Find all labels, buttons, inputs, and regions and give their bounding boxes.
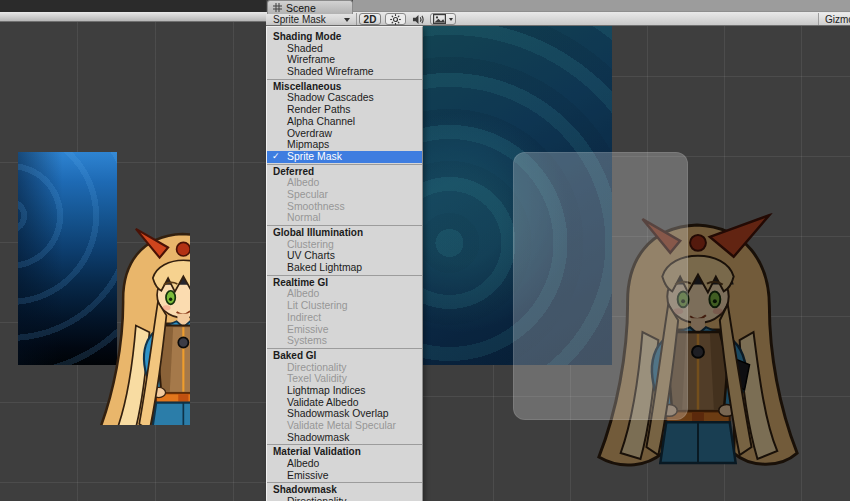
scene-grid-icon — [273, 3, 282, 12]
menu-item[interactable]: Shadowmask Overlap — [267, 408, 422, 420]
menu-item-label: Normal — [287, 212, 321, 223]
menu-item-label: Shadowmask — [287, 432, 349, 443]
menu-item[interactable]: Shadowmask — [267, 432, 422, 444]
lighting-sun-icon — [390, 14, 401, 25]
menu-item: Indirect — [267, 312, 422, 324]
draw-mode-dropdown[interactable]: Sprite Mask — [269, 13, 355, 25]
menu-item[interactable]: Shadow Cascades — [267, 92, 422, 104]
menu-item-label: Smoothness — [287, 201, 345, 212]
menu-item-label: Emissive — [287, 470, 329, 481]
menu-item-label: Shaded Wireframe — [287, 66, 374, 77]
menu-item[interactable]: Mipmaps — [267, 139, 422, 151]
menu-section: Global IlluminationClusteringUV ChartsBa… — [267, 225, 422, 274]
effects-image-icon — [433, 14, 446, 24]
menu-section-header: Realtime GI — [267, 277, 422, 289]
menu-item[interactable]: Shaded Wireframe — [267, 66, 422, 78]
left-toolbar-strip — [0, 12, 266, 22]
sprite-mask-bounds-highlight — [513, 152, 688, 420]
menu-section-header: Baked GI — [267, 350, 422, 362]
draw-mode-menu: Shading ModeShadedWireframeShaded Wirefr… — [266, 26, 423, 501]
menu-item-label: Validate Albedo — [287, 397, 358, 408]
menu-item[interactable]: Render Paths — [267, 104, 422, 116]
menu-item-label: Clustering — [287, 239, 334, 250]
menu-item[interactable]: Alpha Channel — [267, 116, 422, 128]
menu-section-header: Material Validation — [267, 446, 422, 458]
lighting-toggle-button[interactable] — [385, 13, 406, 25]
menu-section: Material ValidationAlbedoEmissive — [267, 444, 422, 481]
menu-item[interactable]: Albedo — [267, 458, 422, 470]
chevron-down-icon — [344, 18, 350, 22]
menu-item: Smoothness — [267, 201, 422, 213]
menu-item-label: Indirect — [287, 312, 321, 323]
menu-item-label: UV Charts — [287, 250, 335, 261]
gizmos-label: Gizmos — [825, 14, 850, 25]
menu-section: Baked GIDirectionalityTexel ValidityLigh… — [267, 348, 422, 444]
menu-item-label: Validate Metal Specular — [287, 420, 396, 431]
checkmark-icon: ✓ — [272, 151, 280, 163]
2d-label: 2D — [364, 14, 377, 25]
menu-section-header: Global Illumination — [267, 227, 422, 239]
menu-section-header: Miscellaneous — [267, 81, 422, 93]
menu-item: Specular — [267, 189, 422, 201]
menu-item-label: Baked Lightmap — [287, 262, 362, 273]
menu-section-header: Shading Mode — [267, 31, 422, 43]
menu-item: Lit Clustering — [267, 300, 422, 312]
tab-scene[interactable]: Scene — [267, 0, 353, 14]
menu-item: Albedo — [267, 288, 422, 300]
menu-item-label: Lightmap Indices — [287, 385, 366, 396]
menu-item[interactable]: UV Charts — [267, 250, 422, 262]
menu-item-label: Albedo — [287, 288, 319, 299]
menu-item-label: Wireframe — [287, 54, 335, 65]
menu-item[interactable]: Emissive — [267, 470, 422, 482]
menu-item-label: Specular — [287, 189, 328, 200]
chevron-down-icon — [449, 18, 453, 21]
menu-item: Directionality — [267, 362, 422, 374]
menu-section-header: Deferred — [267, 166, 422, 178]
menu-item[interactable]: Lightmap Indices — [267, 385, 422, 397]
menu-item-label: Albedo — [287, 458, 319, 469]
menu-item-label: Render Paths — [287, 104, 351, 115]
menu-section: Shading ModeShadedWireframeShaded Wirefr… — [267, 31, 422, 78]
menu-item: Validate Metal Specular — [267, 420, 422, 432]
menu-section: Realtime GIAlbedoLit ClusteringIndirectE… — [267, 275, 422, 347]
scene-view-window: Sprite Mask 2D — [0, 0, 850, 501]
top-dark-band — [0, 0, 266, 12]
menu-section: DeferredAlbedoSpecularSmoothnessNormal — [267, 164, 422, 224]
2d-mode-button[interactable]: 2D — [359, 13, 381, 25]
menu-item-label: Directionality — [287, 496, 346, 501]
scene-toolbar: Sprite Mask 2D — [266, 12, 850, 26]
tab-well — [353, 0, 850, 12]
menu-item[interactable]: Validate Albedo — [267, 397, 422, 409]
menu-item-label: Sprite Mask — [287, 151, 342, 162]
menu-item-label: Emissive — [287, 324, 329, 335]
menu-item[interactable]: ✓Sprite Mask — [267, 151, 422, 163]
audio-toggle-button[interactable] — [408, 13, 428, 25]
menu-item-label: Shaded — [287, 43, 323, 54]
audio-speaker-icon — [412, 14, 424, 25]
menu-item: Albedo — [267, 177, 422, 189]
tab-label: Scene — [286, 2, 316, 14]
gizmos-dropdown-button[interactable]: Gizmos — [818, 13, 850, 25]
menu-item: Texel Validity — [267, 373, 422, 385]
menu-item-label: Lit Clustering — [287, 300, 348, 311]
menu-item: Clustering — [267, 239, 422, 251]
menu-section: ShadowmaskDirectionality — [267, 482, 422, 501]
menu-item-label: Alpha Channel — [287, 116, 355, 127]
menu-section-header: Shadowmask — [267, 484, 422, 496]
menu-item-label: Directionality — [287, 362, 346, 373]
menu-item-label: Systems — [287, 335, 327, 346]
menu-item[interactable]: Overdraw — [267, 128, 422, 140]
menu-item: Systems — [267, 335, 422, 347]
menu-item[interactable]: Baked Lightmap — [267, 262, 422, 274]
menu-item[interactable]: Wireframe — [267, 54, 422, 66]
menu-item-label: Overdraw — [287, 128, 332, 139]
menu-item-label: Shadowmask Overlap — [287, 408, 389, 419]
menu-item[interactable]: Shaded — [267, 43, 422, 55]
menu-item[interactable]: Directionality — [267, 496, 422, 501]
character-sprite-masked — [85, 218, 190, 425]
menu-item: Emissive — [267, 324, 422, 336]
sprite-mask-clip-region — [15, 152, 190, 425]
menu-section: MiscellaneousShadow CascadesRender Paths… — [267, 79, 422, 163]
effects-dropdown-button[interactable] — [430, 13, 456, 25]
menu-item-label: Shadow Cascades — [287, 92, 374, 103]
